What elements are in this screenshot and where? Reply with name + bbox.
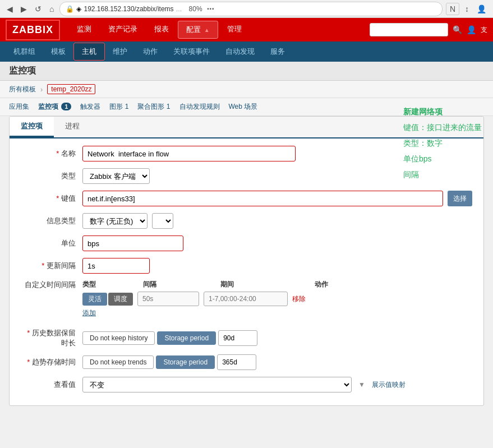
search-button[interactable]: 🔍 xyxy=(453,25,462,34)
ci-header: 类型 间隔 期间 动作 xyxy=(82,280,472,289)
name-label: 名称 xyxy=(21,149,82,159)
display-select[interactable]: 不变 xyxy=(82,377,352,392)
search-input[interactable] xyxy=(370,23,448,36)
url-bar[interactable]: 🔒 ◈ 192.168.152.130/zabbix/items … 80% ·… xyxy=(59,2,442,16)
history-label: 历史数据保留时长 xyxy=(21,328,82,348)
trends-row: 趋势存储时间 Do not keep trends Storage period xyxy=(21,354,472,371)
custom-interval-label: 自定义时间间隔 xyxy=(21,280,82,290)
info-type-group: 数字 (无正负) xyxy=(82,213,173,229)
ci-interval-input[interactable] xyxy=(137,292,199,306)
history-group: Do not keep history Storage period xyxy=(82,330,257,346)
history-value-input[interactable] xyxy=(218,330,257,346)
subnav-services[interactable]: 服务 xyxy=(262,43,293,60)
notes-line2: 类型：数字 xyxy=(403,135,482,151)
unit-input[interactable] xyxy=(82,235,183,251)
ext1-button[interactable]: N xyxy=(446,3,459,15)
subnav-maintenance[interactable]: 维护 xyxy=(105,43,135,60)
ci-type-group: 灵活 调度 xyxy=(82,293,133,306)
nav-report[interactable]: 报表 xyxy=(146,21,177,39)
config-indicator: ▲ xyxy=(204,27,210,33)
secure-icon: 🔒 xyxy=(66,5,74,13)
ci-col3-header: 期间 xyxy=(220,280,310,289)
ci-data-row: 灵活 调度 移除 xyxy=(82,292,472,306)
forward-button[interactable]: ▶ xyxy=(19,3,29,15)
notes-panel: 新建网络项 键值：接口进来的流量 类型：数字 单位bps 间隔 xyxy=(403,104,482,182)
key-label: 键值 xyxy=(21,193,82,204)
name-input[interactable] xyxy=(82,146,296,161)
subnav-corr[interactable]: 关联项事件 xyxy=(165,43,218,60)
tab-discovery[interactable]: 自动发现规则 xyxy=(179,100,220,113)
user-button[interactable]: 👤 xyxy=(474,3,489,15)
info-type-select[interactable]: 数字 (无正负) xyxy=(82,213,148,229)
unit-label: 单位 xyxy=(21,238,82,248)
zabbix-logo: ZABBIX xyxy=(6,20,60,40)
sub-nav: 机群组 模板 主机 维护 动作 关联项事件 自动发现 服务 xyxy=(0,41,493,62)
tabs-and-notes: 应用集 监控项 1 触发器 图形 1 聚合图形 1 自动发现规则 Web 场景 … xyxy=(0,98,493,116)
subnav-discovery[interactable]: 自动发现 xyxy=(218,43,262,60)
trends-storage-btn[interactable]: Storage period xyxy=(156,355,215,369)
key-input[interactable] xyxy=(82,191,443,206)
ci-add-link[interactable]: 添加 xyxy=(82,308,472,318)
form-tab-items[interactable]: 监控项 xyxy=(10,117,54,137)
form-tab-process[interactable]: 进程 xyxy=(54,117,91,137)
breadcrumb-host[interactable]: temp_2020zz xyxy=(47,84,95,94)
browser-bar: ◀ ▶ ↺ ⌂ 🔒 ◈ 192.168.152.130/zabbix/items… xyxy=(0,0,493,18)
tab-web[interactable]: Web 场景 xyxy=(229,100,258,113)
lock-icon: ◈ xyxy=(76,5,81,13)
home-button[interactable]: ⌂ xyxy=(47,3,56,15)
ci-col1-header: 类型 xyxy=(82,280,139,289)
nav-monitor[interactable]: 监测 xyxy=(69,21,99,39)
nav-assets[interactable]: 资产记录 xyxy=(100,21,145,39)
show-value-map-btn[interactable]: 展示值映射 xyxy=(372,380,406,390)
notes-line4: 间隔 xyxy=(403,167,482,182)
trends-value-input[interactable] xyxy=(217,354,256,370)
subnav-groups[interactable]: 机群组 xyxy=(6,43,43,60)
back-button[interactable]: ◀ xyxy=(4,3,15,15)
type-select[interactable]: Zabbix 客户端 xyxy=(82,168,150,184)
key-input-group: 选择 xyxy=(82,191,472,206)
ci-period-input[interactable] xyxy=(204,292,288,306)
zoom-level: 80% xyxy=(189,5,202,13)
more-options[interactable]: ··· xyxy=(207,4,214,14)
breadcrumb-sep: › xyxy=(40,85,43,94)
subnav-templates[interactable]: 模板 xyxy=(43,43,73,60)
tab-graphs[interactable]: 图形 1 xyxy=(109,100,128,113)
ci-schedule-btn[interactable]: 调度 xyxy=(108,293,133,306)
nav-manage[interactable]: 管理 xyxy=(219,21,250,39)
breadcrumb: 所有模板 › temp_2020zz xyxy=(0,81,493,98)
nav-config[interactable]: 配置 ▲ xyxy=(178,21,218,39)
subnav-actions[interactable]: 动作 xyxy=(135,43,165,60)
trends-label: 趋势存储时间 xyxy=(21,357,82,367)
info-type-extra-select[interactable] xyxy=(152,213,173,229)
notes-line3: 单位bps xyxy=(403,151,482,167)
custom-interval-header-row: 自定义时间间隔 类型 间隔 期间 动作 灵活 调度 移除 xyxy=(21,280,472,318)
tab-appsets[interactable]: 应用集 xyxy=(9,100,29,113)
history-storage-btn[interactable]: Storage period xyxy=(157,331,216,345)
top-nav-search: 🔍 👤 支 xyxy=(370,23,487,36)
interval-input[interactable] xyxy=(82,258,150,274)
ci-remove-btn[interactable]: 移除 xyxy=(292,294,306,304)
tab-triggers[interactable]: 触发器 xyxy=(80,100,100,113)
subnav-hosts[interactable]: 主机 xyxy=(73,43,105,61)
info-type-label: 信息类型 xyxy=(21,216,82,226)
tab-screens[interactable]: 聚合图形 1 xyxy=(137,100,170,113)
interval-row: 更新间隔 xyxy=(21,257,472,274)
refresh-button[interactable]: ↺ xyxy=(33,3,44,15)
history-no-keep-btn[interactable]: Do not keep history xyxy=(82,331,155,345)
ci-flexible-btn[interactable]: 灵活 xyxy=(82,293,107,306)
notes-line1: 键值：接口进来的流量 xyxy=(403,119,482,135)
info-type-row: 信息类型 数字 (无正负) xyxy=(21,213,472,229)
key-select-button[interactable]: 选择 xyxy=(448,191,472,206)
history-row: 历史数据保留时长 Do not keep history Storage per… xyxy=(21,328,472,348)
trends-no-keep-btn[interactable]: Do not keep trends xyxy=(82,355,154,369)
ext2-button[interactable]: ↕ xyxy=(463,3,471,15)
url-suffix: … xyxy=(176,6,182,12)
tab-items[interactable]: 监控项 1 xyxy=(38,100,71,113)
display-group: 不变 ▼ 展示值映射 xyxy=(82,377,406,392)
top-nav: ZABBIX 监测 资产记录 报表 配置 ▲ 管理 🔍 👤 支 xyxy=(0,18,493,41)
breadcrumb-all-templates[interactable]: 所有模板 xyxy=(9,85,36,94)
notes-title: 新建网络项 xyxy=(403,104,482,119)
type-label: 类型 xyxy=(21,171,82,181)
items-badge: 1 xyxy=(61,103,71,110)
user-icon: 👤 xyxy=(467,25,476,34)
